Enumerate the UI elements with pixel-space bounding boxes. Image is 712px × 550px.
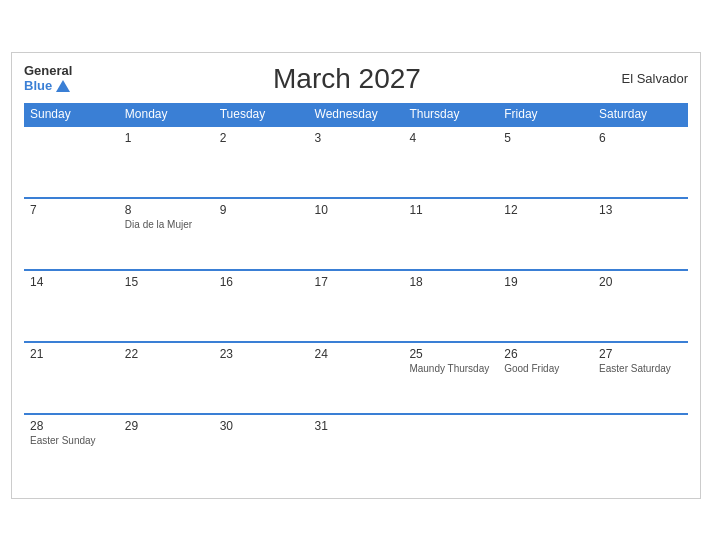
header-monday: Monday (119, 103, 214, 126)
day-number: 11 (409, 203, 492, 217)
table-row: 1 (119, 126, 214, 198)
day-number: 19 (504, 275, 587, 289)
calendar-container: General Blue March 2027 El Salvador Sund… (11, 52, 701, 499)
table-row: 8Dia de la Mujer (119, 198, 214, 270)
day-number: 15 (125, 275, 208, 289)
table-row: 18 (403, 270, 498, 342)
holiday-name: Maundy Thursday (409, 363, 492, 374)
weekday-header-row: Sunday Monday Tuesday Wednesday Thursday… (24, 103, 688, 126)
table-row: 28Easter Sunday (24, 414, 119, 486)
calendar-week-row: 14151617181920 (24, 270, 688, 342)
calendar-country: El Salvador (622, 71, 688, 86)
calendar-week-row: 78Dia de la Mujer910111213 (24, 198, 688, 270)
day-number: 9 (220, 203, 303, 217)
table-row: 27Easter Saturday (593, 342, 688, 414)
table-row: 26Good Friday (498, 342, 593, 414)
day-number: 13 (599, 203, 682, 217)
day-number: 2 (220, 131, 303, 145)
table-row: 3 (309, 126, 404, 198)
table-row: 15 (119, 270, 214, 342)
holiday-name: Good Friday (504, 363, 587, 374)
day-number: 24 (315, 347, 398, 361)
day-number: 20 (599, 275, 682, 289)
table-row: 21 (24, 342, 119, 414)
day-number: 12 (504, 203, 587, 217)
calendar-header: General Blue March 2027 El Salvador (24, 63, 688, 95)
table-row: 24 (309, 342, 404, 414)
table-row (498, 414, 593, 486)
logo: General Blue (24, 64, 72, 93)
table-row: 5 (498, 126, 593, 198)
table-row: 23 (214, 342, 309, 414)
day-number: 28 (30, 419, 113, 433)
table-row (403, 414, 498, 486)
calendar-week-row: 2122232425Maundy Thursday26Good Friday27… (24, 342, 688, 414)
table-row: 6 (593, 126, 688, 198)
table-row: 2 (214, 126, 309, 198)
header-saturday: Saturday (593, 103, 688, 126)
day-number: 3 (315, 131, 398, 145)
table-row: 19 (498, 270, 593, 342)
logo-blue-text: Blue (24, 79, 52, 93)
day-number: 8 (125, 203, 208, 217)
table-row: 4 (403, 126, 498, 198)
header-wednesday: Wednesday (309, 103, 404, 126)
day-number: 18 (409, 275, 492, 289)
day-number: 16 (220, 275, 303, 289)
table-row: 16 (214, 270, 309, 342)
day-number: 14 (30, 275, 113, 289)
table-row: 7 (24, 198, 119, 270)
table-row: 13 (593, 198, 688, 270)
day-number: 31 (315, 419, 398, 433)
calendar-week-row: 28Easter Sunday293031 (24, 414, 688, 486)
logo-triangle-icon (56, 80, 70, 92)
day-number: 29 (125, 419, 208, 433)
day-number: 26 (504, 347, 587, 361)
table-row: 29 (119, 414, 214, 486)
table-row: 22 (119, 342, 214, 414)
day-number: 5 (504, 131, 587, 145)
table-row: 12 (498, 198, 593, 270)
day-number: 10 (315, 203, 398, 217)
holiday-name: Easter Sunday (30, 435, 113, 446)
day-number: 17 (315, 275, 398, 289)
header-tuesday: Tuesday (214, 103, 309, 126)
table-row: 10 (309, 198, 404, 270)
calendar-title: March 2027 (273, 63, 421, 95)
header-thursday: Thursday (403, 103, 498, 126)
calendar-week-row: 123456 (24, 126, 688, 198)
header-sunday: Sunday (24, 103, 119, 126)
day-number: 21 (30, 347, 113, 361)
table-row: 9 (214, 198, 309, 270)
day-number: 6 (599, 131, 682, 145)
table-row: 25Maundy Thursday (403, 342, 498, 414)
logo-general-text: General (24, 64, 72, 78)
table-row: 31 (309, 414, 404, 486)
table-row: 14 (24, 270, 119, 342)
day-number: 25 (409, 347, 492, 361)
day-number: 1 (125, 131, 208, 145)
table-row (593, 414, 688, 486)
table-row: 17 (309, 270, 404, 342)
day-number: 4 (409, 131, 492, 145)
header-friday: Friday (498, 103, 593, 126)
calendar-grid: Sunday Monday Tuesday Wednesday Thursday… (24, 103, 688, 486)
table-row (24, 126, 119, 198)
day-number: 30 (220, 419, 303, 433)
table-row: 11 (403, 198, 498, 270)
day-number: 7 (30, 203, 113, 217)
table-row: 20 (593, 270, 688, 342)
holiday-name: Dia de la Mujer (125, 219, 208, 230)
day-number: 27 (599, 347, 682, 361)
day-number: 22 (125, 347, 208, 361)
table-row: 30 (214, 414, 309, 486)
holiday-name: Easter Saturday (599, 363, 682, 374)
day-number: 23 (220, 347, 303, 361)
